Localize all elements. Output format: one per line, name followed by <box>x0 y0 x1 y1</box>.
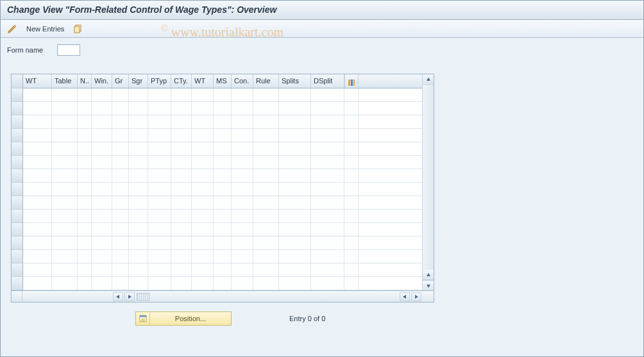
cell-con[interactable] <box>232 183 253 195</box>
cell-ptyp[interactable] <box>148 88 171 101</box>
cell-win[interactable] <box>92 210 112 222</box>
cell-n[interactable] <box>78 237 92 249</box>
cell-table[interactable] <box>52 102 78 115</box>
cell-cty[interactable] <box>171 237 192 249</box>
cell-sgr[interactable] <box>129 237 148 249</box>
cell-rule[interactable] <box>253 237 279 249</box>
scroll-right-arrow-icon[interactable] <box>124 292 135 301</box>
cell-n[interactable] <box>78 156 92 169</box>
cell-rule[interactable] <box>253 277 279 290</box>
cell-ms[interactable] <box>214 223 232 236</box>
cell-rule[interactable] <box>253 196 279 209</box>
cell-ms[interactable] <box>214 237 232 249</box>
cell-sgr[interactable] <box>129 210 148 222</box>
cell-sgr[interactable] <box>129 169 148 182</box>
cell-gr[interactable] <box>112 115 129 128</box>
cell-n[interactable] <box>78 129 92 142</box>
cell-ms[interactable] <box>214 169 232 182</box>
cell-splits[interactable] <box>279 115 311 128</box>
row-selector[interactable] <box>12 196 22 210</box>
cell-wt2[interactable] <box>192 129 214 142</box>
form-name-input[interactable] <box>57 44 80 56</box>
cell-sgr[interactable] <box>129 129 148 142</box>
cell-table[interactable] <box>52 183 78 195</box>
cell-ptyp[interactable] <box>148 237 171 249</box>
row-selector[interactable] <box>12 156 22 169</box>
cell-dsplit[interactable] <box>311 156 344 169</box>
cell-dsplit[interactable] <box>311 169 344 182</box>
cell-dsplit[interactable] <box>311 263 344 276</box>
cell-rule[interactable] <box>253 210 279 222</box>
cell-splits[interactable] <box>279 129 311 142</box>
column-header-rule[interactable]: Rule <box>253 74 279 88</box>
cell-n[interactable] <box>78 263 92 276</box>
cell-table[interactable] <box>52 250 78 263</box>
cell-rule[interactable] <box>253 263 279 276</box>
cell-wt1[interactable] <box>23 142 52 155</box>
cell-table[interactable] <box>52 156 78 169</box>
cell-con[interactable] <box>232 277 253 290</box>
cell-sgr[interactable] <box>129 263 148 276</box>
cell-table[interactable] <box>52 129 78 142</box>
column-header-gr[interactable]: Gr <box>112 74 129 88</box>
cell-rule[interactable] <box>253 250 279 263</box>
cell-wt1[interactable] <box>23 263 52 276</box>
cell-wt2[interactable] <box>192 156 214 169</box>
cell-dsplit[interactable] <box>311 250 344 263</box>
cell-n[interactable] <box>78 115 92 128</box>
row-selector[interactable] <box>12 263 22 277</box>
scroll-right-end-arrow-icon[interactable] <box>411 292 421 301</box>
cell-win[interactable] <box>92 156 112 169</box>
cell-splits[interactable] <box>279 156 311 169</box>
cell-gr[interactable] <box>112 223 129 236</box>
row-selector[interactable] <box>12 142 22 156</box>
cell-splits[interactable] <box>279 102 311 115</box>
cell-splits[interactable] <box>279 237 311 249</box>
cell-dsplit[interactable] <box>311 196 344 209</box>
cell-dsplit[interactable] <box>311 129 344 142</box>
cell-win[interactable] <box>92 196 112 209</box>
cell-win[interactable] <box>92 263 112 276</box>
row-selector[interactable] <box>12 250 22 263</box>
cell-con[interactable] <box>232 156 253 169</box>
cell-splits[interactable] <box>279 250 311 263</box>
cell-cty[interactable] <box>171 156 192 169</box>
row-selector[interactable] <box>12 102 22 115</box>
cell-sgr[interactable] <box>129 102 148 115</box>
new-entries-button[interactable]: New Entries <box>24 24 67 34</box>
cell-con[interactable] <box>232 223 253 236</box>
cell-wt1[interactable] <box>23 210 52 222</box>
cell-wt2[interactable] <box>192 277 214 290</box>
cell-wt1[interactable] <box>23 115 52 128</box>
cell-rule[interactable] <box>253 129 279 142</box>
row-selector[interactable] <box>12 88 22 102</box>
scroll-track[interactable] <box>423 85 434 270</box>
cell-n[interactable] <box>78 169 92 182</box>
cell-n[interactable] <box>78 183 92 195</box>
cell-gr[interactable] <box>112 277 129 290</box>
cell-gr[interactable] <box>112 102 129 115</box>
cell-wt2[interactable] <box>192 142 214 155</box>
cell-wt1[interactable] <box>23 88 52 101</box>
cell-sgr[interactable] <box>129 196 148 209</box>
column-header-ptyp[interactable]: PTyp <box>148 74 171 88</box>
cell-splits[interactable] <box>279 142 311 155</box>
cell-win[interactable] <box>92 223 112 236</box>
cell-wt2[interactable] <box>192 169 214 182</box>
table-settings-icon[interactable] <box>344 74 359 88</box>
cell-rule[interactable] <box>253 223 279 236</box>
cell-wt1[interactable] <box>23 169 52 182</box>
toggle-edit-icon[interactable] <box>6 22 19 35</box>
cell-ptyp[interactable] <box>148 183 171 195</box>
cell-ms[interactable] <box>214 142 232 155</box>
cell-table[interactable] <box>52 115 78 128</box>
cell-ms[interactable] <box>214 250 232 263</box>
cell-table[interactable] <box>52 210 78 222</box>
cell-ptyp[interactable] <box>148 210 171 222</box>
cell-gr[interactable] <box>112 250 129 263</box>
cell-n[interactable] <box>78 142 92 155</box>
cell-splits[interactable] <box>279 223 311 236</box>
scroll-left-end-arrow-icon[interactable] <box>400 292 410 301</box>
cell-sgr[interactable] <box>129 277 148 290</box>
cell-cty[interactable] <box>171 223 192 236</box>
